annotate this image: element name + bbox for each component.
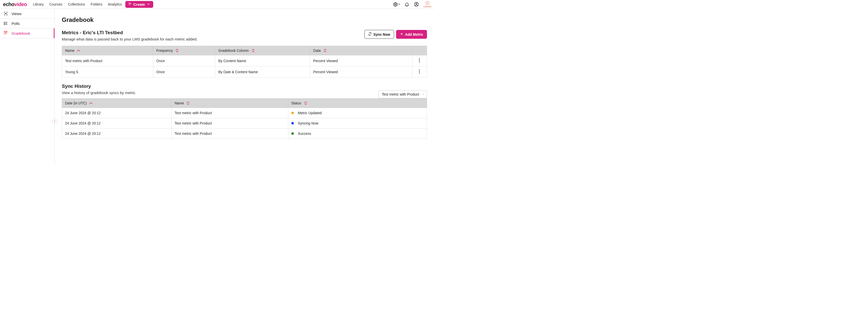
sync-now-label: Sync Now: [373, 32, 390, 36]
svg-point-13: [4, 22, 4, 23]
sort-icon: [304, 101, 307, 105]
sync-heading: Sync History: [62, 83, 136, 89]
main-content: Gradebook Metrics - Eric's LTI Testbed M…: [55, 9, 434, 165]
svg-point-10: [428, 4, 429, 4]
canvas-integration-logo[interactable]: CANVAS: [424, 1, 432, 8]
svg-point-11: [427, 3, 428, 3]
svg-point-5: [426, 3, 426, 3]
cell-name: Test metric with Product: [171, 129, 288, 139]
metrics-section-header: Metrics - Eric's LTI Testbed Manage what…: [62, 30, 427, 45]
metrics-col-name[interactable]: Name: [62, 46, 153, 55]
sort-asc-icon: [89, 101, 93, 105]
cell-status: Metric Updated: [288, 108, 427, 118]
sidebar-item-gradebook[interactable]: 💯 Gradebook: [0, 28, 55, 38]
svg-point-8: [428, 1, 429, 2]
nav-collections[interactable]: Collections: [68, 2, 85, 6]
magic-wand-icon: [128, 2, 131, 6]
polls-icon: [3, 21, 8, 26]
chevron-down-icon: [147, 2, 150, 6]
cell-date: 24 June 2024 @ 20:12: [62, 118, 172, 129]
table-row: 24 June 2024 @ 20:12 Test metric with Pr…: [62, 118, 427, 129]
nav-folders[interactable]: Folders: [91, 2, 102, 6]
add-metric-button[interactable]: Add Metric: [396, 30, 427, 39]
metrics-col-frequency[interactable]: Frequency: [153, 46, 215, 55]
table-row: 24 June 2024 @ 20:12 Test metric with Pr…: [62, 129, 427, 139]
cell-frequency: Once: [153, 55, 215, 66]
svg-point-16: [419, 58, 420, 59]
metrics-col-data[interactable]: Data: [310, 46, 412, 55]
table-row: Young S Once By Date & Content Name Perc…: [62, 66, 427, 78]
svg-point-6: [429, 3, 429, 3]
sync-history-table: Date (in UTC) Name Status: [62, 98, 427, 139]
metrics-heading: Metrics - Eric's LTI Testbed: [62, 30, 197, 35]
svg-point-9: [426, 4, 427, 4]
sync-col-date[interactable]: Date (in UTC): [62, 99, 172, 108]
create-button[interactable]: Create: [125, 1, 153, 8]
cell-status: Syncing Now: [288, 118, 427, 129]
svg-point-0: [395, 3, 396, 5]
settings-icon[interactable]: [393, 2, 400, 7]
nav-courses[interactable]: Courses: [49, 2, 62, 6]
top-nav: Library Courses Collections Folders Anal…: [33, 2, 122, 6]
sync-metric-filter[interactable]: Test metric with Product: [378, 90, 427, 98]
brand-logo[interactable]: echovideo: [3, 1, 27, 7]
svg-point-4: [427, 4, 428, 5]
sidebar-item-label: Gradebook: [11, 31, 30, 35]
svg-point-18: [419, 61, 420, 62]
table-row: 24 June 2024 @ 20:12 Test metric with Pr…: [62, 108, 427, 118]
sidebar-collapse-handle[interactable]: [52, 119, 57, 124]
svg-point-20: [419, 71, 420, 72]
refresh-icon: [368, 32, 372, 36]
svg-point-7: [426, 1, 427, 2]
metrics-table: Name Frequency Gradebook Column: [62, 46, 427, 78]
nav-library[interactable]: Library: [33, 2, 44, 6]
status-text: Syncing Now: [298, 121, 318, 125]
cell-date: 24 June 2024 @ 20:12: [62, 108, 172, 118]
sync-now-button[interactable]: Sync Now: [365, 30, 394, 39]
gradebook-icon: 💯: [3, 31, 8, 35]
cell-date: 24 June 2024 @ 20:12: [62, 129, 172, 139]
chevron-down-icon: [422, 93, 425, 96]
create-button-label: Create: [133, 2, 145, 6]
topbar: echovideo Library Courses Collections Fo…: [0, 0, 434, 9]
cell-status: Success: [288, 129, 427, 139]
sidebar-item-polls[interactable]: Polls: [0, 19, 55, 28]
cell-data: Percent Viewed: [310, 55, 412, 66]
metrics-description: Manage what data is passed back to your …: [62, 37, 197, 41]
status-text: Metric Updated: [298, 111, 322, 115]
sync-description: View a history of gradebook syncs by met…: [62, 90, 136, 95]
metrics-col-gradebook-column[interactable]: Gradebook Column: [215, 46, 310, 55]
cell-name: Test metric with Product: [62, 55, 153, 66]
cell-data: Percent Viewed: [310, 66, 412, 78]
cell-name: Test metric with Product: [171, 108, 288, 118]
sync-col-status[interactable]: Status: [288, 99, 427, 108]
row-actions-menu[interactable]: [419, 59, 420, 63]
page-title: Gradebook: [62, 16, 427, 23]
sort-icon: [323, 49, 327, 52]
canvas-logo-label: CANVAS: [424, 5, 432, 8]
brand-part-1: echo: [3, 1, 14, 7]
svg-point-21: [419, 73, 420, 73]
sync-col-name[interactable]: Name: [171, 99, 288, 108]
notifications-icon[interactable]: [404, 2, 409, 7]
cell-frequency: Once: [153, 66, 215, 78]
brand-part-2: video: [14, 1, 27, 7]
svg-point-19: [419, 70, 420, 70]
add-metric-label: Add Metric: [405, 32, 423, 36]
svg-point-15: [4, 24, 4, 25]
status-text: Success: [298, 132, 311, 136]
table-row: Test metric with Product Once By Content…: [62, 55, 427, 66]
status-dot: [291, 122, 294, 125]
sidebar-item-label: Views: [11, 11, 22, 16]
views-icon: [3, 11, 8, 16]
account-icon[interactable]: [414, 2, 419, 7]
sidebar-item-views[interactable]: Views: [0, 9, 55, 19]
svg-point-14: [4, 23, 4, 24]
svg-point-17: [419, 60, 420, 61]
row-actions-menu[interactable]: [419, 70, 420, 74]
topbar-actions: CANVAS: [393, 1, 432, 8]
sort-icon: [251, 49, 255, 52]
status-dot: [291, 112, 294, 114]
nav-analytics[interactable]: Analytics: [108, 2, 122, 6]
svg-point-3: [427, 1, 428, 1]
